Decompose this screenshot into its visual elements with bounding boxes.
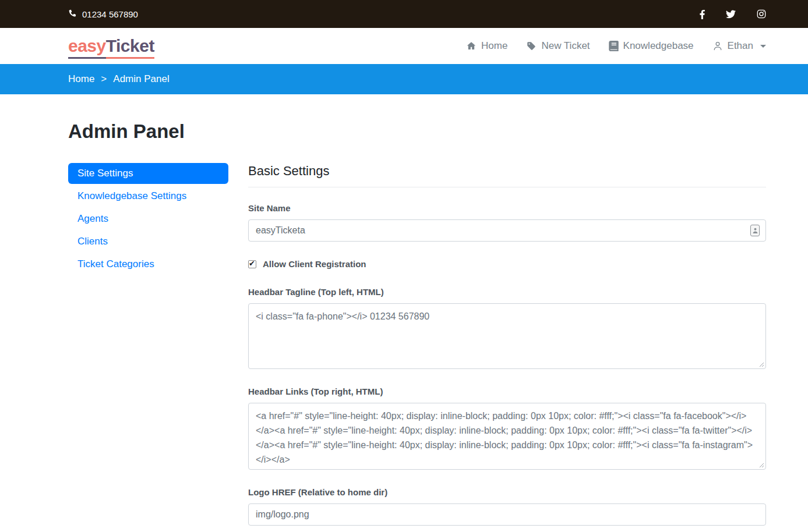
home-icon — [466, 41, 477, 51]
basic-settings-panel: Basic Settings Site Name Allow Client Re… — [248, 163, 766, 526]
page-title: Admin Panel — [68, 120, 766, 143]
chevron-down-icon — [760, 45, 766, 48]
breadcrumb-bar: Home > Admin Panel — [0, 64, 808, 94]
nav-home[interactable]: Home — [466, 40, 507, 52]
breadcrumb-separator: > — [101, 73, 107, 85]
site-name-label: Site Name — [248, 203, 766, 213]
topbar-phone: 01234 567890 — [68, 9, 138, 19]
breadcrumb: Home > Admin Panel — [68, 64, 766, 94]
sidebar-item-clients[interactable]: Clients — [68, 231, 228, 252]
nav-home-label: Home — [481, 40, 507, 52]
allow-client-registration-checkbox[interactable] — [248, 260, 256, 268]
book-icon — [609, 41, 619, 51]
sidebar-item-site-settings[interactable]: Site Settings — [68, 163, 228, 184]
section-divider — [248, 187, 766, 187]
headbar-tagline-label: Headbar Tagline (Top left, HTML) — [248, 287, 766, 297]
nav-knowledgebase[interactable]: Knowledgebase — [609, 40, 694, 52]
facebook-icon[interactable] — [700, 9, 705, 19]
ticket-icon — [526, 41, 537, 51]
user-icon — [712, 41, 723, 51]
nav-knowledgebase-label: Knowledgebase — [623, 40, 694, 52]
autofill-contact-icon[interactable] — [750, 225, 760, 236]
nav-new-ticket[interactable]: New Ticket — [526, 40, 590, 52]
nav-new-ticket-label: New Ticket — [541, 40, 590, 52]
logo-href-input[interactable] — [248, 503, 766, 526]
headbar-links-textarea[interactable]: <a href="#" style="line-height: 40px; di… — [248, 403, 766, 470]
section-title: Basic Settings — [248, 164, 766, 179]
breadcrumb-current: Admin Panel — [113, 73, 169, 85]
navbar: easyTicket Home New Ticket Knowledgebase — [0, 28, 808, 64]
logo-href-label: Logo HREF (Relative to home dir) — [248, 487, 766, 497]
topbar: 01234 567890 — [0, 0, 808, 28]
instagram-icon[interactable] — [757, 9, 766, 19]
topbar-phone-number: 01234 567890 — [82, 9, 138, 19]
sidebar-item-agents[interactable]: Agents — [68, 208, 228, 229]
nav-user-label: Ethan — [728, 40, 753, 52]
allow-client-registration-label[interactable]: Allow Client Registration — [263, 259, 366, 269]
main-nav: Home New Ticket Knowledgebase Ethan — [466, 40, 766, 52]
site-logo[interactable]: easyTicket — [68, 37, 154, 55]
site-name-input[interactable] — [248, 219, 766, 242]
topbar-social-links — [700, 9, 766, 19]
headbar-links-label: Headbar Links (Top right, HTML) — [248, 386, 766, 396]
phone-icon — [68, 9, 77, 19]
logo-text-easy: easy — [68, 36, 106, 59]
logo-text-ticket: Ticket — [106, 36, 154, 59]
sidebar-item-knowledgebase-settings[interactable]: Knowledgebase Settings — [68, 186, 228, 207]
nav-user-menu[interactable]: Ethan — [712, 40, 766, 52]
breadcrumb-home-link[interactable]: Home — [68, 73, 94, 85]
headbar-tagline-textarea[interactable]: <i class="fa fa-phone"></i> 01234 567890 — [248, 303, 766, 369]
twitter-icon[interactable] — [726, 10, 736, 19]
sidebar-item-ticket-categories[interactable]: Ticket Categories — [68, 254, 228, 275]
settings-sidebar: Site Settings Knowledgebase Settings Age… — [68, 163, 228, 276]
